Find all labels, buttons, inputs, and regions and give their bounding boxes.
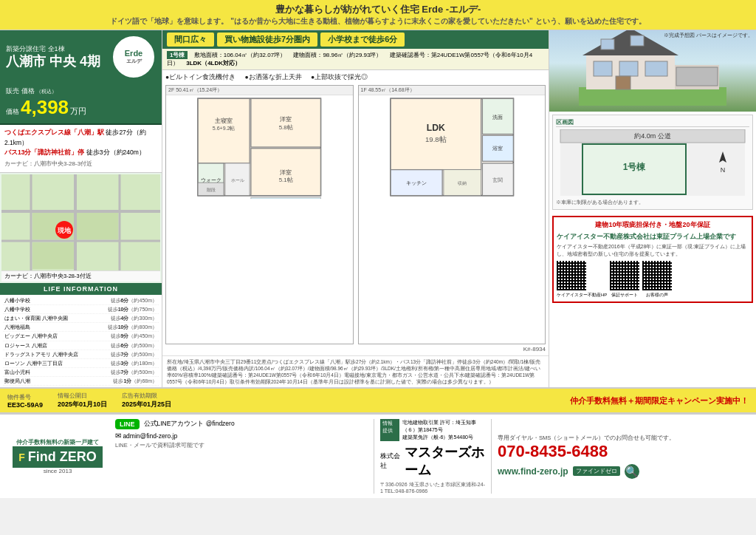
map-svg: 現地 xyxy=(1,174,160,270)
area-map-svg: 約4.0m 公道 1号棟 N xyxy=(556,129,749,196)
svg-text:洋室: 洋室 xyxy=(280,169,292,176)
lower-floor-svg: LDK 19.8帖 キッチン 洗面 浴室 xyxy=(359,95,546,199)
guarantee-title: 建物10年瑕疵担保付き・地盤20年保証 xyxy=(557,220,749,230)
life-row: 八幡小学校 徒歩 6分 （約450m） xyxy=(3,296,159,305)
footer-brand: 仲介手数料無料の新築一戸建て F Find ZERO since 2013 xyxy=(6,419,109,494)
email-icon: ✉ xyxy=(115,432,121,440)
svg-text:収納: 収納 xyxy=(458,180,467,185)
top-banner: 豊かな暮らしが紡がれていく住宅 Erde -エルデ- ドイツ語で「地球」を意味し… xyxy=(0,0,756,30)
catchcopy: 豊かな暮らしが紡がれていく住宅 Erde -エルデ- xyxy=(275,4,481,15)
open-date-item: 情報公開日 2025年01月10日 xyxy=(58,392,107,409)
phone-number: 070-8435-6488 xyxy=(498,442,750,461)
svg-rect-18 xyxy=(251,98,321,147)
svg-text:LDK: LDK xyxy=(426,123,444,133)
expire-date-item: 広告有効期限 2025年01月25日 xyxy=(122,392,171,409)
svg-text:ホール: ホール xyxy=(231,177,244,183)
subcopy: ドイツ語で「地球」を意味します。 "はるか昔から大地に生きる動植、植物が暮らすよ… xyxy=(6,16,750,27)
svg-rect-52 xyxy=(616,76,630,89)
map-block: 現地 カーナビ：八潮市中央3-28-3付近 xyxy=(0,173,162,283)
notes-bar: 所在地/埼玉県八潮市中央三丁目29番11交差点/つくばエクスプレス線「八潮」駅歩… xyxy=(162,355,549,387)
guarantee-company: ケイアイスター不動産株式会社は東証プライム上場企業です xyxy=(557,232,749,242)
life-row: 郵便局八潮 徒歩 1分 （約68m） xyxy=(3,377,159,386)
svg-text:ウォーク: ウォーク xyxy=(201,177,221,183)
website-row: www.find-zero.jp ファインドゼロ 🔍 xyxy=(498,464,750,479)
svg-text:階段: 階段 xyxy=(207,187,216,192)
svg-text:バルコニー: バルコニー xyxy=(276,198,295,199)
bottom-info-bar: 物件番号 EE3C-59A9 情報公開日 2025年01月10日 広告有効期限 … xyxy=(0,387,756,414)
svg-rect-7 xyxy=(77,213,118,239)
svg-text:5.8帖: 5.8帖 xyxy=(279,124,293,131)
qr-voice: お客様の声 xyxy=(642,261,672,299)
footer-email-note: LINE・メールで資料請求可能です xyxy=(115,442,368,449)
page: 豊かな暮らしが紡がれていく住宅 Erde -エルデ- ドイツ語で「地球」を意味し… xyxy=(0,0,756,498)
price-label: 販売 価格 （税込） xyxy=(6,86,156,96)
footer-tagline: 仲介手数料無料の新築一戸建て xyxy=(16,438,99,446)
main-row: 新築分譲住宅 全1棟 八潮市 中央 4期 Erde エルデ 販売 価格 （税込） xyxy=(0,30,756,387)
phone-label: 専用ダイヤル・SMS（ショートメール）でのお問合せも可能です。 xyxy=(498,435,750,442)
life-row: ロジャース 八潮店 徒歩 6分 （約500m） xyxy=(3,341,159,350)
middle-panel: 間口広々 買い物施設徒歩7分圏内 小学校まで徒歩6分 1号棟 敷地面積：106.… xyxy=(162,30,549,387)
lower-floor-plan: 1F 48.55㎡（14.68坪） LDK 19.8帖 キッチン xyxy=(358,85,546,344)
area-map-block: 区画図 約4.0m 公道 1号棟 N ※車庫に制限がある場合があります。 xyxy=(552,115,753,210)
line-icon: LINE xyxy=(115,419,140,429)
photo-note: ※完成予想図 パースはイメージです。 xyxy=(664,32,753,39)
feature-tag-0: 間口広々 xyxy=(167,33,214,47)
search-icon[interactable]: 🔍 xyxy=(625,464,639,479)
qr-pattern-3 xyxy=(642,261,672,290)
life-row: 八幡中学校 徒歩 10分 （約750m） xyxy=(3,305,159,314)
property-header: 新築分譲住宅 全1棟 八潮市 中央 4期 Erde エルデ xyxy=(0,30,162,84)
price-main: 価格 4,398 万円 xyxy=(6,96,156,119)
floor-plans: 2F 50.41㎡（15.24坪） 主寝室 5.6+9.2帖 ウォーク イン xyxy=(165,85,546,344)
svg-text:玄関: 玄関 xyxy=(492,177,503,183)
campaign-text: 仲介手数料無料＋期間限定キャンペーン実施中！ xyxy=(570,395,749,406)
svg-rect-48 xyxy=(676,67,718,86)
guarantee-block: 建物10年瑕疵担保付き・地盤20年保証 ケイアイスター不動産株式会社は東証プライ… xyxy=(552,216,753,303)
svg-text:洋室: 洋室 xyxy=(280,116,292,123)
svg-text:19.8帖: 19.8帖 xyxy=(425,135,447,143)
unit-badge: 1号棟 xyxy=(167,51,188,59)
guarantee-sub: ケイアイスター不動産2016年（平成28年）に東証一部（現:東証プライム）に上場… xyxy=(557,243,749,258)
svg-text:約4.0m 公道: 約4.0m 公道 xyxy=(634,132,671,140)
life-row: はまい・保育園 八潮中央園 徒歩 4分 （約300m） xyxy=(3,314,159,323)
house-illustration xyxy=(579,30,726,106)
svg-text:1号棟: 1号棟 xyxy=(623,162,647,172)
area-map-note: ※車庫に制限がある場合があります。 xyxy=(556,199,749,206)
masters-name: マスターズホーム xyxy=(405,443,485,479)
footer-info-provider: 情報提供 宅地建物取引業 許可：埼玉知事（６）第18475号 建築業免許（般-6… xyxy=(380,419,485,441)
svg-rect-49 xyxy=(594,61,612,76)
open-date-value: 2025年01月10日 xyxy=(58,400,107,409)
property-id-label: 物件番号 xyxy=(7,393,43,401)
feature-tag-1: 買い物施設徒歩7分圏内 xyxy=(217,33,317,47)
price-amount: 4,398 xyxy=(21,96,69,119)
footer-logo: F Find ZERO xyxy=(13,446,103,468)
svg-text:洗面: 洗面 xyxy=(492,115,503,120)
footer-line-row: LINE 公式LINEアカウント @findzero xyxy=(115,419,368,429)
qr-support: 保証サポート xyxy=(610,261,639,299)
map-placeholder: 現地 xyxy=(1,174,160,270)
upper-floor-svg: 主寝室 5.6+9.2帖 ウォーク イン 洋室 5.8帖 xyxy=(166,95,353,199)
svg-text:現地: 現地 xyxy=(57,227,72,234)
lower-floor-label: 1F 48.55㎡（14.68坪） xyxy=(359,86,546,95)
life-row: 八潮地福島 徒歩 10分 （約800m） xyxy=(3,323,159,332)
footer-contact: LINE 公式LINEアカウント @findzero ✉ admin@find-… xyxy=(115,419,368,494)
upper-floor-label: 2F 50.41㎡（15.24坪） xyxy=(166,86,353,95)
property-id-value: EE3C-59A9 xyxy=(7,401,43,409)
website-url: www.find-zero.jp xyxy=(498,466,568,477)
floor-plan-area: ●ビルトイン食洗機付き ●お洒落な折上天井 ●上部吹抜で採光◎ 2F 50.41… xyxy=(162,70,549,355)
property-location: 八潮市 中央 4期 xyxy=(6,54,100,70)
svg-text:浴室: 浴室 xyxy=(492,146,503,151)
website-badge: ファインドゼロ xyxy=(573,466,620,476)
svg-text:N: N xyxy=(721,166,726,174)
footer-address: 〒336-0926 埼玉県さいたま市緑区東浦和-24-1 TEL:048-876… xyxy=(380,481,485,494)
svg-text:5.6+9.2帖: 5.6+9.2帖 xyxy=(213,126,236,131)
life-row: ドラッグストアモリ 八潮中央店 徒歩 7分 （約500m） xyxy=(3,350,159,359)
life-row: ビッグエー 八潮中央店 徒歩 9分 （約450m） xyxy=(3,332,159,341)
house-photo: ※完成予想図 パースはイメージです。 xyxy=(549,30,756,112)
transport-block: つくばエクスプレス線「八潮」駅 徒歩27分（約2.1km） バス13分「諏訪神社… xyxy=(0,125,162,173)
footer: 仲介手数料無料の新築一戸建て F Find ZERO since 2013 LI… xyxy=(0,414,756,498)
feature-tags: 間口広々 買い物施設徒歩7分圏内 小学校まで徒歩6分 xyxy=(162,30,549,49)
erde-logo: Erde エルデ xyxy=(111,35,156,79)
area-map-title: 区画図 xyxy=(556,118,749,127)
transport-2: バス13分「諏訪神社前」停 徒歩3分（約240m） xyxy=(4,148,157,158)
expire-date-value: 2025年01月25日 xyxy=(122,400,171,409)
